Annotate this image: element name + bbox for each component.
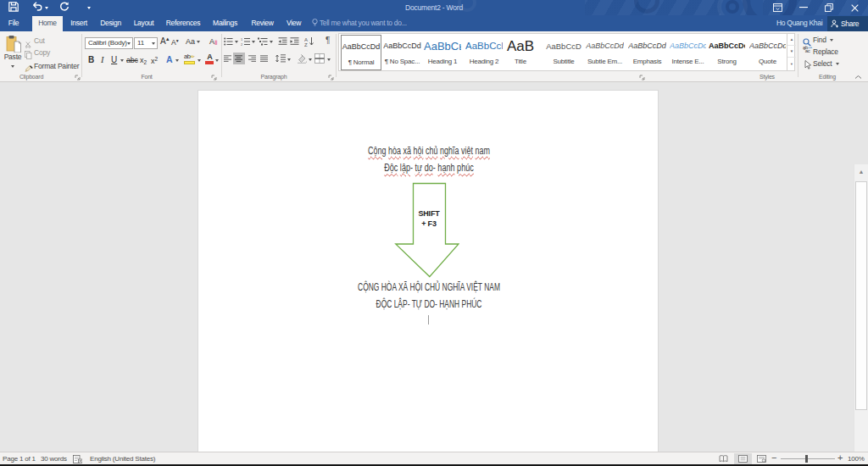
svg-text:2: 2 bbox=[241, 42, 243, 47]
svg-text:Z: Z bbox=[304, 42, 308, 47]
svg-text:1: 1 bbox=[241, 37, 243, 42]
svg-text:A: A bbox=[304, 37, 308, 42]
